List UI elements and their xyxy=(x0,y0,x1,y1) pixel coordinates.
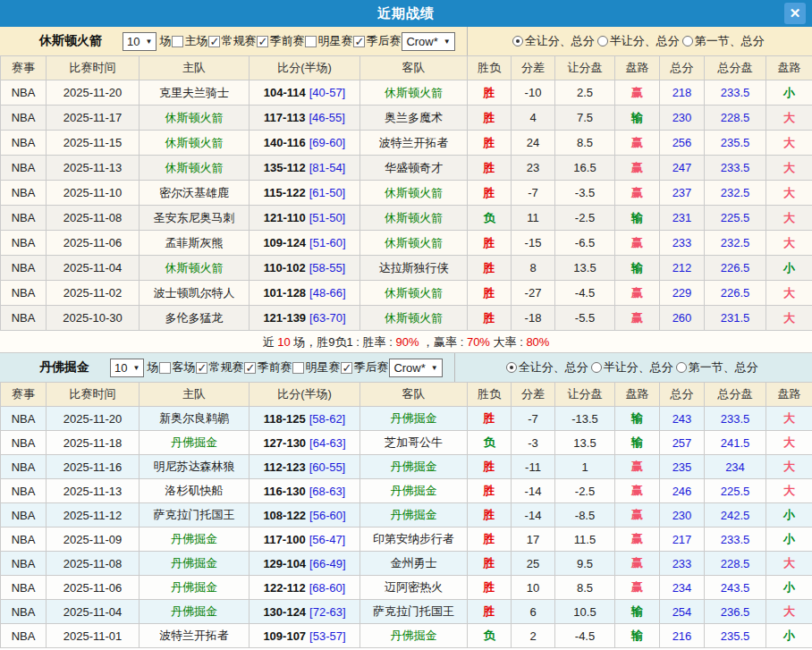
checkbox-checked-icon[interactable]: ✓ xyxy=(257,36,268,47)
checkbox-unchecked-icon[interactable] xyxy=(292,362,304,374)
cell-result: 胜 xyxy=(468,106,512,131)
dialog-title: 近期战绩 xyxy=(377,5,435,22)
cell-date: 2025-11-13 xyxy=(47,479,140,503)
radio-label: 半让分、总分 xyxy=(610,33,680,49)
half-time-score: [68-63] xyxy=(309,485,345,498)
odds-type-radio[interactable]: 第一节、总分 xyxy=(682,33,765,49)
table-row: NBA2025-11-20克里夫兰骑士104-114[40-57]休斯顿火箭胜-… xyxy=(1,80,812,106)
column-header: 总分盘 xyxy=(705,56,766,80)
cell-point-diff: -10 xyxy=(512,80,555,106)
cell-date: 2025-11-02 xyxy=(47,281,140,306)
cell-result: 胜 xyxy=(468,156,512,181)
games-count-select[interactable]: 10▼ xyxy=(110,359,144,377)
cell-total-line: 225.5 xyxy=(705,206,766,231)
cell-total-points: 217 xyxy=(660,528,705,552)
filter-checkbox[interactable]: ✓季前赛 xyxy=(257,33,304,49)
table-row: NBA2025-11-08圣安东尼奥马刺121-110[51-50]休斯顿火箭负… xyxy=(1,206,812,231)
checkbox-unchecked-icon[interactable] xyxy=(172,36,183,47)
radio-unselected-icon[interactable] xyxy=(682,36,693,46)
bookmaker-value: Crow* xyxy=(406,35,437,48)
cell-handicap-line: 13.5 xyxy=(555,431,615,455)
cell-league: NBA xyxy=(1,479,47,503)
games-count-select[interactable]: 10▼ xyxy=(123,32,156,51)
odds-type-radio[interactable]: 第一节、总分 xyxy=(676,359,758,376)
cell-score: 109-107[53-57] xyxy=(250,624,360,648)
checkbox-checked-icon[interactable]: ✓ xyxy=(353,36,365,47)
cell-total-points: 233 xyxy=(660,231,705,256)
final-score: 110-102 xyxy=(264,261,306,274)
cell-total-points: 254 xyxy=(660,600,705,624)
checkbox-checked-icon[interactable]: ✓ xyxy=(196,362,207,374)
filter-checkbox[interactable]: ✓常规赛 xyxy=(196,359,243,376)
radio-unselected-icon[interactable] xyxy=(676,362,687,373)
cell-point-diff: -11 xyxy=(512,455,555,479)
cell-total-line: 235.5 xyxy=(705,624,766,648)
odds-type-radio[interactable]: 半让分、总分 xyxy=(591,359,673,376)
cell-handicap-result: 输 xyxy=(615,256,660,281)
filter-checkbox[interactable]: ✓常规赛 xyxy=(208,33,256,49)
cell-handicap-line: 11.5 xyxy=(555,528,615,552)
titlebar: 近期战绩 ✕ xyxy=(0,0,812,27)
checkbox-checked-icon[interactable]: ✓ xyxy=(244,362,256,374)
filter-checkbox[interactable]: 明星赛 xyxy=(292,359,340,376)
half-time-score: [61-50] xyxy=(309,186,345,199)
filter-checkbox[interactable]: 明星赛 xyxy=(305,33,352,49)
cell-handicap-result: 输 xyxy=(615,206,660,231)
close-icon[interactable]: ✕ xyxy=(784,3,806,24)
summary-segment: 场，胜9负1 : 胜率 : xyxy=(291,335,396,349)
radio-selected-icon[interactable] xyxy=(512,36,523,46)
radio-unselected-icon[interactable] xyxy=(597,36,608,46)
half-time-score: [68-60] xyxy=(309,581,345,595)
odds-type-radio[interactable]: 全让分、总分 xyxy=(512,33,595,49)
cell-date: 2025-11-20 xyxy=(47,407,140,431)
cell-handicap-line: 1 xyxy=(555,455,615,479)
cell-handicap-result: 赢 xyxy=(615,131,660,156)
cell-result: 胜 xyxy=(468,131,512,156)
filter-checkbox[interactable]: ✓季后赛 xyxy=(341,359,388,376)
checkbox-unchecked-icon[interactable] xyxy=(159,362,171,374)
cell-score: 109-124[51-60] xyxy=(250,231,360,256)
bookmaker-select[interactable]: Crow*▼ xyxy=(389,359,442,377)
half-time-score: [66-49] xyxy=(309,557,345,570)
checkbox-checked-icon[interactable]: ✓ xyxy=(208,36,220,47)
chevron-down-icon: ▼ xyxy=(132,364,140,372)
checkbox-checked-icon[interactable]: ✓ xyxy=(341,362,352,374)
cell-away-team: 印第安纳步行者 xyxy=(360,528,468,552)
cell-handicap-result: 赢 xyxy=(615,156,660,181)
cell-league: NBA xyxy=(1,600,47,624)
games-suffix-label: 场 xyxy=(147,359,158,376)
cell-score: 110-102[58-55] xyxy=(250,256,360,281)
cell-home-team: 圣安东尼奥马刺 xyxy=(140,206,250,231)
radio-unselected-icon[interactable] xyxy=(591,362,602,373)
cell-total-result: 小 xyxy=(766,576,812,600)
cell-away-team: 休斯顿火箭 xyxy=(360,281,468,306)
cell-total-points: 218 xyxy=(660,80,705,106)
bookmaker-select[interactable]: Crow*▼ xyxy=(402,32,454,51)
half-time-score: [58-62] xyxy=(309,412,345,426)
odds-type-radio[interactable]: 全让分、总分 xyxy=(506,359,588,376)
cell-home-team: 明尼苏达森林狼 xyxy=(140,455,250,479)
cell-home-team: 孟菲斯灰熊 xyxy=(140,231,250,256)
cell-point-diff: 11 xyxy=(512,206,555,231)
cell-home-team: 丹佛掘金 xyxy=(140,600,250,624)
cell-date: 2025-11-10 xyxy=(47,181,140,206)
cell-total-result: 大 xyxy=(766,407,812,431)
cell-score: 121-139[63-70] xyxy=(250,306,360,331)
radio-selected-icon[interactable] xyxy=(506,362,517,373)
cell-handicap-line: -8.5 xyxy=(555,503,615,528)
filter-checkbox[interactable]: 主场 xyxy=(172,33,207,49)
cell-total-line: 235.5 xyxy=(705,131,766,156)
filter-checkbox[interactable]: ✓季前赛 xyxy=(244,359,292,376)
half-time-score: [60-55] xyxy=(309,460,345,474)
filter-checkbox[interactable]: ✓季后赛 xyxy=(353,33,401,49)
cell-date: 2025-11-04 xyxy=(47,600,140,624)
cell-away-team: 休斯顿火箭 xyxy=(360,306,468,331)
column-header: 盘路 xyxy=(766,383,812,407)
final-score: 121-139 xyxy=(263,311,306,325)
filter-checkbox[interactable]: 客场 xyxy=(159,359,195,376)
checkbox-unchecked-icon[interactable] xyxy=(305,36,317,47)
cell-score: 108-122[56-60] xyxy=(250,503,360,528)
cell-date: 2025-11-16 xyxy=(47,455,140,479)
radio-label: 全让分、总分 xyxy=(525,33,595,49)
odds-type-radio[interactable]: 半让分、总分 xyxy=(597,33,680,49)
